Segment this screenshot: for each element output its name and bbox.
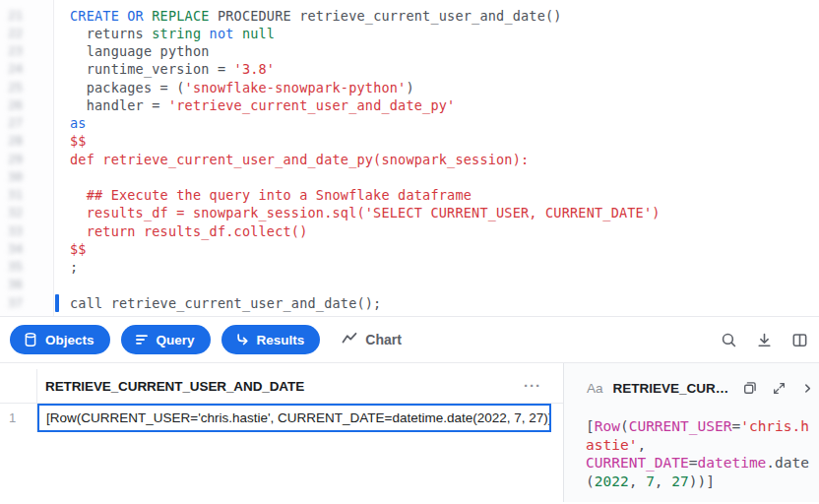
code-line[interactable]: $$ xyxy=(54,132,819,150)
code-line[interactable]: return results_df.collect() xyxy=(54,222,819,240)
line-number: 21 xyxy=(0,7,53,25)
code-line[interactable]: ## Execute the query into a Snowflake da… xyxy=(54,186,819,204)
code-line[interactable]: $$ xyxy=(54,240,819,258)
line-number: 32 xyxy=(0,204,53,221)
code-line[interactable]: handler = 'retrieve_current_user_and_dat… xyxy=(54,96,819,114)
objects-button[interactable]: Objects xyxy=(10,325,110,354)
column-menu-button[interactable]: ··· xyxy=(524,381,541,391)
text-type-icon: Aa xyxy=(587,381,603,396)
cell-detail-line: [Row(CURRENT_USER='chris.h xyxy=(586,417,819,436)
line-number: 23 xyxy=(0,42,53,60)
selected-result-cell[interactable]: [Row(CURRENT_USER='chris.hastie', CURREN… xyxy=(37,404,551,432)
line-number: 34 xyxy=(0,240,53,258)
code-column[interactable]: CREATE OR REPLACE PROCEDURE retrieve_cur… xyxy=(54,0,819,316)
code-line[interactable]: def retrieve_current_user_and_date_py(sn… xyxy=(54,151,819,168)
results-toolbar: Objects Query Results xyxy=(0,317,819,363)
code-line[interactable]: packages = ('snowflake-snowpark-python') xyxy=(54,79,819,96)
code-line[interactable]: returns string not null xyxy=(54,25,819,42)
code-line[interactable] xyxy=(54,276,819,293)
line-number: 30 xyxy=(0,168,53,186)
row-number: 1 xyxy=(0,404,37,432)
code-line[interactable]: runtime_version = '3.8' xyxy=(54,60,819,78)
database-icon xyxy=(23,332,38,347)
line-number: 26 xyxy=(0,96,53,114)
table-row: 1 [Row(CURRENT_USER='chris.hastie', CURR… xyxy=(0,404,563,432)
line-number: 28 xyxy=(0,132,53,150)
line-number: 25 xyxy=(0,79,53,96)
cell-detail-line: CURRENT_DATE=datetime.date xyxy=(586,454,819,472)
line-number: 35 xyxy=(0,258,53,276)
column-header-label: RETRIEVE_CURRENT_USER_AND_DATE xyxy=(45,379,304,394)
cell-detail-header: Aa RETRIEVE_CURRENT_USER_AND_DATE xyxy=(564,378,819,398)
line-number: 24 xyxy=(0,60,53,78)
query-button-label: Query xyxy=(157,333,195,347)
table-header-row: RETRIEVE_CURRENT_USER_AND_DATE ··· xyxy=(0,369,563,404)
query-button[interactable]: Query xyxy=(121,325,211,354)
chevron-right-icon[interactable] xyxy=(800,381,815,396)
snowsight-worksheet: 2122232425262728293031323334353637 CREAT… xyxy=(0,0,819,504)
code-line[interactable]: call retrieve_current_user_and_date(); xyxy=(54,294,819,312)
results-table: RETRIEVE_CURRENT_USER_AND_DATE ··· 1 [Ro… xyxy=(0,363,563,502)
line-number: 29 xyxy=(0,151,53,168)
results-button[interactable]: Results xyxy=(221,325,321,354)
chart-tab-label: Chart xyxy=(365,332,402,347)
download-icon[interactable] xyxy=(756,332,773,348)
line-number: 22 xyxy=(0,25,53,42)
code-line[interactable]: ; xyxy=(54,258,819,276)
line-number: 37 xyxy=(0,294,53,312)
cell-detail-panel: Aa RETRIEVE_CURRENT_USER_AND_DATE xyxy=(564,363,819,502)
results-button-label: Results xyxy=(257,333,305,347)
copy-icon[interactable] xyxy=(742,380,758,396)
code-line[interactable] xyxy=(54,168,819,186)
split-view-icon[interactable] xyxy=(791,332,808,348)
search-icon[interactable] xyxy=(721,332,737,348)
line-number: 33 xyxy=(0,222,53,240)
line-number: 36 xyxy=(0,276,53,293)
line-number: 31 xyxy=(0,186,53,204)
results-panel: RETRIEVE_CURRENT_USER_AND_DATE ··· 1 [Ro… xyxy=(0,363,819,502)
line-number: 27 xyxy=(0,114,53,132)
row-number-header xyxy=(0,369,37,403)
code-line[interactable]: language python xyxy=(54,42,819,60)
tab-chart[interactable]: Chart xyxy=(342,331,402,348)
code-line[interactable]: as xyxy=(54,114,819,132)
line-chart-icon xyxy=(342,331,357,348)
line-number-gutter: 2122232425262728293031323334353637 xyxy=(0,0,54,316)
cell-detail-title: RETRIEVE_CURRENT_USER_AND_DATE xyxy=(613,381,732,396)
cell-detail-line: astie', xyxy=(586,436,819,455)
return-arrow-icon xyxy=(234,332,250,347)
code-line[interactable]: results_df = snowpark_session.sql('SELEC… xyxy=(54,204,819,221)
expand-icon[interactable] xyxy=(772,381,787,396)
cell-detail-line: (2022, 7, 27))] xyxy=(586,472,819,491)
objects-button-label: Objects xyxy=(45,333,94,347)
sql-editor[interactable]: 2122232425262728293031323334353637 CREAT… xyxy=(0,0,819,317)
column-header[interactable]: RETRIEVE_CURRENT_USER_AND_DATE ··· xyxy=(37,369,551,403)
cell-detail-content: [Row(CURRENT_USER='chris.hastie',CURRENT… xyxy=(564,417,819,490)
list-icon xyxy=(134,332,150,347)
code-line[interactable]: CREATE OR REPLACE PROCEDURE retrieve_cur… xyxy=(54,7,819,25)
